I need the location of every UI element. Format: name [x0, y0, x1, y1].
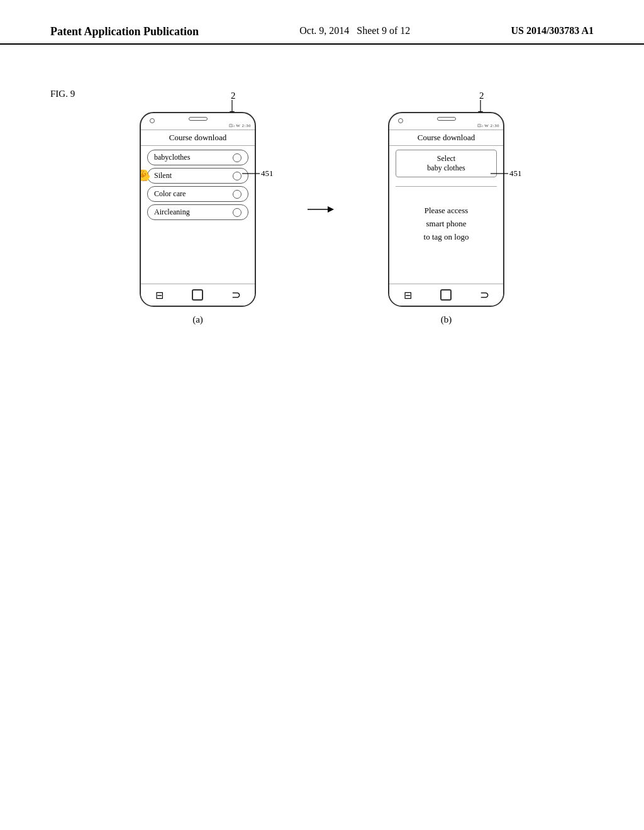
menu-item-aircleaning-label: Aircleaning: [154, 208, 190, 217]
arrow-between: [306, 200, 338, 219]
phone-b-back-icon[interactable]: ⊃: [480, 288, 489, 302]
svg-text:2: 2: [479, 91, 484, 101]
phone-a-451-svg: 451: [242, 167, 292, 192]
phone-a-nav: ⊟ ⊃: [141, 284, 255, 306]
svg-marker-6: [328, 206, 334, 213]
sheet: Sheet 9 of 12: [357, 25, 410, 36]
phone-a-wrapper: 2 ⊡ᵢₗ W 2:30 Course download bab: [140, 112, 256, 325]
phone-b-message: Please accesssmart phoneto tag on logo: [396, 204, 497, 243]
phone-a-square-icon[interactable]: [192, 289, 203, 301]
phone-a-camera: [150, 118, 155, 123]
phone-b-top: [389, 113, 503, 123]
phone-b-speaker: [437, 117, 456, 121]
phone-a-label-2-svg: 2: [212, 90, 250, 115]
phone-b-select-text: Selectbaby clothes: [427, 154, 465, 172]
menu-item-silent-radio[interactable]: [233, 172, 242, 180]
phone-b-message-text: Please accesssmart phoneto tag on logo: [424, 206, 469, 241]
date-sheet: Oct. 9, 2014 Sheet 9 of 12: [299, 25, 410, 36]
menu-item-babyclothes[interactable]: babyclothes: [147, 150, 248, 165]
svg-text:451: 451: [509, 169, 522, 178]
phone-b-square-icon[interactable]: [440, 289, 452, 301]
figure-label: FIG. 9: [50, 89, 594, 99]
date: Oct. 9, 2014: [299, 25, 349, 36]
menu-item-colorcare-label: Color care: [154, 189, 186, 199]
phone-a-title: Course download: [141, 130, 255, 146]
phone-b-sublabel: (b): [441, 314, 452, 325]
phone-a-top: [141, 113, 255, 123]
phone-b-title: Course download: [389, 130, 503, 146]
menu-item-aircleaning[interactable]: Aircleaning: [147, 204, 248, 220]
phone-b-nav: ⊟ ⊃: [389, 284, 503, 306]
phone-b-divider: [396, 186, 497, 187]
phone-a-status-bar: ⊡ᵢₗ W 2:30: [141, 123, 255, 130]
phone-b-screen: Selectbaby clothes Please accesssmart ph…: [389, 146, 503, 284]
menu-item-colorcare[interactable]: Color care: [147, 186, 248, 202]
phone-b-status-bar: ⊡ᵢₗ W 2:30: [389, 123, 503, 130]
menu-item-silent-label: Silent: [154, 171, 172, 180]
publication-label: Patent Application Publication: [50, 25, 199, 38]
patent-number: US 2014/303783 A1: [511, 25, 594, 36]
phone-b-select-box: Selectbaby clothes: [396, 150, 497, 177]
menu-item-babyclothes-radio[interactable]: [233, 153, 242, 162]
phone-a-home-icon[interactable]: ⊟: [155, 289, 164, 301]
phone-a-screen: babyclothes Silent Color care Aircleanin…: [141, 146, 255, 284]
phone-a-back-icon[interactable]: ⊃: [231, 288, 241, 302]
menu-item-aircleaning-radio[interactable]: [233, 208, 242, 217]
phone-a: ⊡ᵢₗ W 2:30 Course download babyclothes S…: [140, 112, 256, 307]
phone-b-camera: [398, 118, 403, 123]
phones-row: 2 ⊡ᵢₗ W 2:30 Course download bab: [50, 112, 594, 325]
phone-b-wrapper: 2 ⊡ᵢₗ W 2:30 Course download Sel: [388, 112, 504, 325]
phone-a-sublabel: (a): [192, 314, 203, 325]
main-content: FIG. 9 2 ⊡ᵢₗ W 2:30 Course download: [0, 45, 644, 350]
page-header: Patent Application Publication Oct. 9, 2…: [0, 0, 644, 45]
menu-item-colorcare-radio[interactable]: [233, 190, 242, 199]
svg-text:451: 451: [261, 169, 274, 178]
menu-item-babyclothes-label: babyclothes: [154, 153, 190, 162]
phone-b-home-icon[interactable]: ⊟: [404, 289, 412, 301]
phone-b-label-2-svg: 2: [460, 90, 498, 115]
svg-text:2: 2: [231, 91, 236, 101]
arrow-between-svg: [306, 200, 338, 219]
menu-item-silent[interactable]: Silent: [147, 168, 248, 184]
phone-b: ⊡ᵢₗ W 2:30 Course download Selectbaby cl…: [388, 112, 504, 307]
phone-a-speaker: [189, 117, 208, 121]
phone-b-451-svg: 451: [491, 167, 541, 192]
